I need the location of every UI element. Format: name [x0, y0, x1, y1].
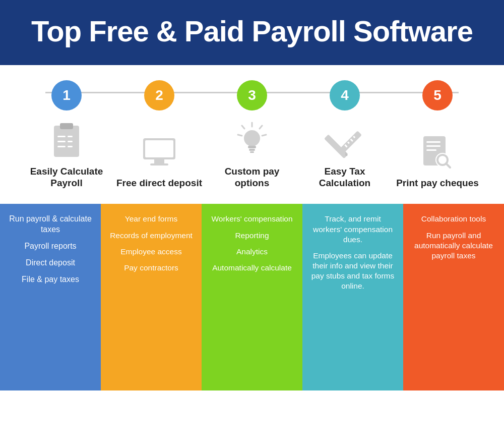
- document-icon: [417, 132, 458, 173]
- svg-rect-11: [150, 163, 168, 165]
- col-4-item-2: Employees can update their info and view…: [310, 251, 396, 292]
- col-2-item-3: Employee access: [108, 247, 194, 257]
- col-3-item-3: Analytics: [209, 247, 295, 257]
- svg-rect-1: [60, 123, 73, 129]
- icons-row: Easily Calculate Payroll Free direct dep…: [0, 110, 504, 194]
- col-1-label: Easily Calculate Payroll: [21, 166, 112, 189]
- col-4-item-1: Track, and remit workers' compensation d…: [310, 214, 396, 244]
- col-2-item-4: Pay contractors: [108, 263, 194, 273]
- data-columns: Run payroll & calculate taxes Payroll re…: [0, 204, 504, 390]
- step-4-circle: 4: [330, 80, 360, 110]
- numbers-row: 1 2 3 4 5: [0, 65, 504, 110]
- column-2: Year end forms Records of employment Emp…: [101, 204, 202, 390]
- col-4-label: Easy Tax Calculation: [299, 166, 390, 189]
- step-1-circle: 1: [51, 80, 82, 110]
- svg-rect-10: [154, 159, 164, 163]
- col-5-item-2: Run payroll and automatically calculate …: [411, 231, 496, 261]
- col-1-header: Easily Calculate Payroll: [21, 121, 112, 189]
- col-5-label: Print pay cheques: [396, 178, 479, 189]
- svg-line-13: [260, 126, 262, 129]
- col-1-item-1: Run payroll & calculate taxes: [8, 214, 93, 235]
- svg-rect-30: [426, 145, 440, 147]
- col-5-item-1: Collaboration tools: [411, 214, 496, 224]
- step-3-circle: 3: [237, 80, 267, 110]
- page-title: Top Free & Paid Payroll Software: [10, 15, 494, 47]
- col-2-item-1: Year end forms: [108, 214, 194, 224]
- col-3-item-4: Automatically calculate: [209, 263, 295, 273]
- svg-rect-29: [426, 141, 440, 143]
- clipboard-icon: [46, 121, 87, 161]
- col-3-item-1: Workers' compensation: [209, 214, 295, 224]
- column-5: Collaboration tools Run payroll and auto…: [403, 204, 504, 390]
- column-4: Track, and remit workers' compensation d…: [302, 204, 403, 390]
- svg-rect-4: [57, 146, 66, 147]
- col-5-header: Print pay cheques: [392, 132, 483, 189]
- svg-rect-3: [57, 141, 66, 142]
- col-3-label: Custom pay options: [207, 166, 297, 189]
- lightbulb-icon: [232, 121, 272, 161]
- col-3-item-2: Reporting: [209, 231, 295, 241]
- tools-icon: [325, 121, 365, 161]
- svg-rect-19: [249, 149, 255, 151]
- svg-rect-20: [250, 151, 254, 153]
- col-1-item-4: File & pay taxes: [8, 274, 93, 285]
- column-1: Run payroll & calculate taxes Payroll re…: [0, 204, 101, 390]
- svg-rect-5: [68, 136, 73, 137]
- svg-point-17: [244, 130, 260, 146]
- svg-line-14: [262, 135, 266, 136]
- svg-rect-31: [426, 149, 436, 151]
- col-2-item-2: Records of employment: [108, 231, 194, 241]
- svg-rect-9: [145, 140, 173, 157]
- svg-line-15: [242, 126, 244, 129]
- monitor-icon: [139, 132, 179, 173]
- svg-rect-6: [68, 141, 73, 142]
- col-4-header: Easy Tax Calculation: [299, 121, 390, 189]
- svg-rect-7: [68, 146, 73, 147]
- step-5-circle: 5: [422, 80, 453, 110]
- svg-line-16: [238, 135, 242, 136]
- col-3-header: Custom pay options: [207, 121, 297, 189]
- svg-rect-18: [248, 146, 256, 148]
- col-2-label: Free direct deposit: [116, 178, 202, 189]
- col-1-item-3: Direct deposit: [8, 258, 93, 268]
- step-2-circle: 2: [144, 80, 174, 110]
- header-section: Top Free & Paid Payroll Software: [0, 0, 504, 65]
- col-1-item-2: Payroll reports: [8, 241, 93, 252]
- col-2-header: Free direct deposit: [114, 132, 205, 189]
- column-3: Workers' compensation Reporting Analytic…: [202, 204, 302, 390]
- svg-rect-2: [57, 136, 66, 137]
- svg-line-34: [446, 163, 450, 167]
